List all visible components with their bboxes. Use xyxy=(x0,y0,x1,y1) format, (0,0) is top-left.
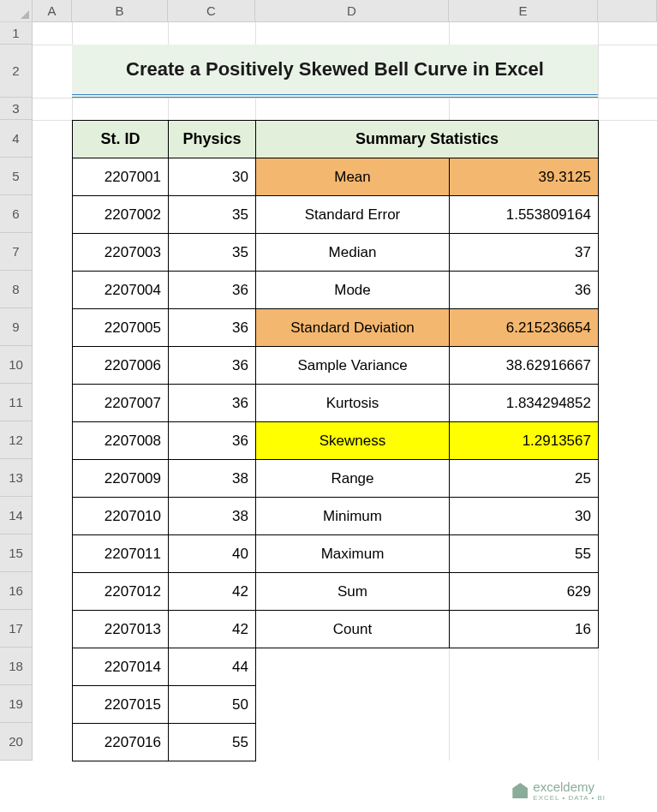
col-header-E[interactable]: E xyxy=(449,0,598,21)
select-all-corner[interactable] xyxy=(0,0,33,22)
col-header-D[interactable]: D xyxy=(255,0,449,21)
cell-phys[interactable]: 42 xyxy=(169,573,256,611)
cell-val-skewness[interactable]: 1.2913567 xyxy=(450,422,599,460)
spacer-row xyxy=(72,98,599,120)
cell-phys[interactable]: 36 xyxy=(169,272,256,309)
cell-stid[interactable]: 2207012 xyxy=(73,573,169,611)
row-header-9[interactable]: 9 xyxy=(0,308,33,346)
row-header-3[interactable]: 3 xyxy=(0,98,33,120)
row-header-19[interactable]: 19 xyxy=(0,685,33,723)
cell-phys[interactable]: 38 xyxy=(169,498,256,535)
cell-stid[interactable]: 2207008 xyxy=(73,422,169,460)
cell-phys[interactable]: 35 xyxy=(169,234,256,272)
content: Create a Positively Skewed Bell Curve in… xyxy=(72,45,599,761)
cell-stat-mean[interactable]: Mean xyxy=(256,158,450,196)
table-row: 220700536Standard Deviation6.215236654 xyxy=(73,309,599,347)
cell-stat-stddev[interactable]: Standard Deviation xyxy=(256,309,450,347)
cell-val[interactable]: 16 xyxy=(450,611,599,648)
cell-stid[interactable]: 2207016 xyxy=(73,724,169,761)
cell-stid[interactable]: 2207006 xyxy=(73,347,169,385)
row-header-14[interactable]: 14 xyxy=(0,497,33,534)
cell-stid[interactable]: 2207009 xyxy=(73,460,169,498)
row-header-5[interactable]: 5 xyxy=(0,158,33,195)
cell-phys[interactable]: 35 xyxy=(169,196,256,234)
cell-stat[interactable]: Range xyxy=(256,460,450,498)
row-header-13[interactable]: 13 xyxy=(0,459,33,497)
row-header-2[interactable]: 2 xyxy=(0,45,33,98)
table-row: 220700938Range25 xyxy=(73,460,599,498)
cell-stid[interactable]: 2207011 xyxy=(73,535,169,573)
grid-area[interactable]: Create a Positively Skewed Bell Curve in… xyxy=(33,22,657,761)
cell-val[interactable]: 36 xyxy=(450,272,599,309)
cell-stat[interactable]: Maximum xyxy=(256,535,450,573)
col-header-C[interactable]: C xyxy=(168,0,255,21)
cell-stid[interactable]: 2207004 xyxy=(73,272,169,309)
cell-stid[interactable]: 2207003 xyxy=(73,234,169,272)
cell-val[interactable]: 30 xyxy=(450,498,599,535)
cell-stid[interactable]: 2207005 xyxy=(73,309,169,347)
header-physics[interactable]: Physics xyxy=(169,121,256,158)
cell-stid[interactable]: 2207007 xyxy=(73,385,169,422)
page-title: Create a Positively Skewed Bell Curve in… xyxy=(72,45,598,98)
row-header-8[interactable]: 8 xyxy=(0,271,33,308)
cell-stat[interactable]: Median xyxy=(256,234,450,272)
header-stid[interactable]: St. ID xyxy=(73,121,169,158)
cell-stat-skewness[interactable]: Skewness xyxy=(256,422,450,460)
cell-stid[interactable]: 2207010 xyxy=(73,498,169,535)
cell-val[interactable]: 25 xyxy=(450,460,599,498)
row-header-15[interactable]: 15 xyxy=(0,534,33,572)
cell-val[interactable]: 37 xyxy=(450,234,599,272)
cell-val[interactable]: 1.834294852 xyxy=(450,385,599,422)
row-header-16[interactable]: 16 xyxy=(0,572,33,610)
cell-stat[interactable]: Mode xyxy=(256,272,450,309)
table-row: 220701140Maximum55 xyxy=(73,535,599,573)
col-header-B[interactable]: B xyxy=(72,0,168,21)
cell-stat[interactable]: Sum xyxy=(256,573,450,611)
row-header-4[interactable]: 4 xyxy=(0,120,33,158)
cell-phys[interactable]: 55 xyxy=(169,724,256,761)
cell-val[interactable]: 1.553809164 xyxy=(450,196,599,234)
cell-phys[interactable]: 36 xyxy=(169,385,256,422)
cell-val[interactable]: 38.62916667 xyxy=(450,347,599,385)
row-header-11[interactable]: 11 xyxy=(0,384,33,421)
row-header-12[interactable]: 12 xyxy=(0,421,33,459)
row-header-7[interactable]: 7 xyxy=(0,233,33,271)
cell-stat[interactable]: Kurtosis xyxy=(256,385,450,422)
cell-stid[interactable]: 2207002 xyxy=(73,196,169,234)
cell-phys[interactable]: 30 xyxy=(169,158,256,196)
cell-val[interactable]: 55 xyxy=(450,535,599,573)
cell-stat[interactable]: Minimum xyxy=(256,498,450,535)
cell-phys[interactable]: 50 xyxy=(169,686,256,724)
row-header-10[interactable]: 10 xyxy=(0,346,33,384)
cell-stid[interactable]: 2207001 xyxy=(73,158,169,196)
col-header-extra[interactable] xyxy=(598,0,657,21)
cell-phys[interactable]: 38 xyxy=(169,460,256,498)
cell-phys[interactable]: 36 xyxy=(169,422,256,460)
row-header-1[interactable]: 1 xyxy=(0,22,33,45)
header-summary[interactable]: Summary Statistics xyxy=(256,121,599,158)
cell-val[interactable]: 629 xyxy=(450,573,599,611)
cell-stat[interactable]: Count xyxy=(256,611,450,648)
brand-name: exceldemy xyxy=(533,779,594,794)
cell-stat[interactable]: Sample Variance xyxy=(256,347,450,385)
row-header-6[interactable]: 6 xyxy=(0,195,33,233)
col-header-A[interactable]: A xyxy=(33,0,72,21)
table-row: 220700736Kurtosis1.834294852 xyxy=(73,385,599,422)
row-header-20[interactable]: 20 xyxy=(0,723,33,761)
table-row: 220701242Sum629 xyxy=(73,573,599,611)
cell-phys[interactable]: 44 xyxy=(169,648,256,686)
cell-val-mean[interactable]: 39.3125 xyxy=(450,158,599,196)
cell-phys[interactable]: 36 xyxy=(169,309,256,347)
cell-stid[interactable]: 2207014 xyxy=(73,648,169,686)
cell-stid[interactable]: 2207015 xyxy=(73,686,169,724)
cell-stid[interactable]: 2207013 xyxy=(73,611,169,648)
cell-phys[interactable]: 40 xyxy=(169,535,256,573)
cell-val-stddev[interactable]: 6.215236654 xyxy=(450,309,599,347)
table-row: 220701444 xyxy=(73,648,599,686)
row-header-17[interactable]: 17 xyxy=(0,610,33,648)
table-row: 220701038Minimum30 xyxy=(73,498,599,535)
cell-stat[interactable]: Standard Error xyxy=(256,196,450,234)
cell-phys[interactable]: 42 xyxy=(169,611,256,648)
row-header-18[interactable]: 18 xyxy=(0,648,33,685)
cell-phys[interactable]: 36 xyxy=(169,347,256,385)
